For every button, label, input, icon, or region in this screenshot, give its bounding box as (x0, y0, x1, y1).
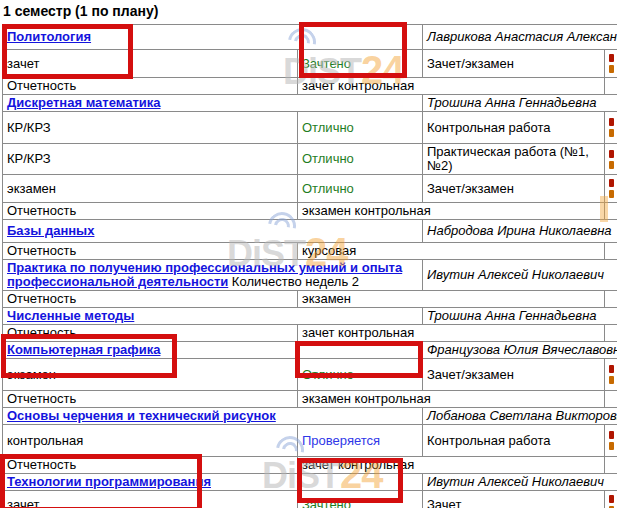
clipped-links-cell (605, 144, 617, 175)
report-value-cell: экзамен контрольная (298, 203, 605, 220)
grade-result: Проверяется (302, 433, 380, 448)
clipped-links-cell (605, 491, 617, 508)
teacher-cell: Лобанова Светлана Викторовна (423, 408, 617, 425)
teacher-cell: Ивутин Алексей Николаевич (423, 260, 617, 291)
work-type-cell: Зачет (423, 491, 605, 508)
table-row: контрольнаяПроверяетсяКонтрольная работа (3, 425, 617, 457)
grade-result-cell: Отлично (298, 175, 423, 203)
grade-result: Отлично (302, 181, 354, 196)
report-value-cell: курсовая (298, 243, 605, 260)
report-label-cell: Отчетность (3, 78, 298, 95)
clipped-links-cell (605, 175, 617, 203)
clipped-link-fragment (609, 161, 614, 169)
grades-table: ПолитологияЛаврикова Анастасия Александр… (2, 24, 617, 508)
clipped-link-fragment (609, 118, 614, 126)
annotation-box-tekhnologii-result (297, 458, 403, 503)
empty-cell (605, 391, 617, 408)
clipped-link-fragment (609, 54, 614, 62)
work-type-cell: Зачет/экзамен (423, 175, 605, 203)
grade-result-cell: Отлично (298, 112, 423, 144)
empty-cell (605, 457, 617, 474)
report-label-cell: Отчетность (3, 243, 298, 260)
table-row: Отчетностьэкзамен (3, 291, 617, 308)
grade-result-cell: Проверяется (298, 425, 423, 457)
subject-link[interactable]: Дискретная математика (7, 95, 161, 110)
table-row: Отчетностькурсовая (3, 243, 617, 260)
table-row: Практика по получению профессиональных у… (3, 260, 617, 291)
empty-cell (605, 291, 617, 308)
report-value-cell: экзамен (298, 291, 605, 308)
subject-link[interactable]: Численные методы (7, 308, 134, 323)
teacher-name: Лаврикова Анастасия Александровна (427, 29, 617, 44)
grade-result: Отлично (302, 120, 354, 135)
clipped-link-fragment (609, 190, 614, 198)
clipped-link-fragment (609, 431, 614, 439)
teacher-cell: Трошина Анна Геннадьевна (423, 95, 617, 112)
table-row: Дискретная математикаТрошина Анна Геннад… (3, 95, 617, 112)
table-row: Базы данныхНабродова Ирина Николаевна (3, 220, 617, 243)
semester-title: 1 семестр (1 по плану) (3, 3, 158, 19)
control-form-cell: КР/КРЗ (3, 112, 298, 144)
table-row: Основы черчения и технический рисунокЛоб… (3, 408, 617, 425)
work-type-cell: Практическая работа (№1, №2) (423, 144, 605, 175)
clipped-link-fragment (609, 150, 614, 158)
work-type-cell: Контрольная работа (423, 112, 605, 144)
annotation-box-politologiya-result (299, 22, 407, 78)
empty-cell (605, 243, 617, 260)
clipped-link-fragment (609, 442, 614, 450)
grade-result: Отлично (302, 151, 354, 166)
report-value-cell: зачет контрольная (298, 78, 605, 95)
empty-cell (605, 78, 617, 95)
clipped-link-fragment (609, 179, 614, 187)
report-value-cell: экзамен контрольная (298, 391, 605, 408)
teacher-name: Французова Юлия Вячеславовна (427, 342, 617, 357)
clipped-link-fragment (609, 65, 614, 73)
clipped-link-fragment (609, 376, 614, 384)
grades-table-body: ПолитологияЛаврикова Анастасия Александр… (3, 25, 617, 508)
report-label-cell: Отчетность (3, 291, 298, 308)
clipped-links-cell (605, 359, 617, 391)
teacher-name: Трошина Анна Геннадьевна (427, 95, 597, 110)
clipped-links-cell (605, 112, 617, 144)
table-row: Отчетностьэкзамен контрольная (3, 391, 617, 408)
work-type-cell: Зачет/экзамен (423, 50, 605, 78)
work-type-cell: Зачет/экзамен (423, 359, 605, 391)
teacher-name: Набродова Ирина Николаевна (427, 223, 612, 238)
clipped-link-fragment (609, 129, 614, 137)
empty-cell (605, 203, 617, 220)
control-form-cell: КР/КРЗ (3, 144, 298, 175)
clipped-links-cell (605, 50, 617, 78)
subject-extra-text: Количество недель 2 (228, 274, 359, 289)
teacher-cell: Ивутин Алексей Николаевич (423, 474, 617, 491)
subject-link[interactable]: Базы данных (7, 223, 94, 238)
subject-cell: Численные методы (3, 308, 423, 325)
subject-cell: Базы данных (3, 220, 423, 243)
table-row: Отчетностьэкзамен контрольная (3, 203, 617, 220)
table-row: Численные методыТрошина Анна Геннадьевна (3, 308, 617, 325)
table-row: экзаменОтличноЗачет/экзамен (3, 175, 617, 203)
control-form-cell: экзамен (3, 175, 298, 203)
subject-cell: Практика по получению профессиональных у… (3, 260, 423, 291)
table-row: КР/КРЗОтличноПрактическая работа (№1, №2… (3, 144, 617, 175)
clipped-link-fragment (609, 495, 614, 503)
annotation-box-kompyuternaya-grafika-subject (1, 334, 177, 378)
teacher-cell: Трошина Анна Геннадьевна (423, 308, 617, 325)
table-row: Отчетностьзачет контрольная (3, 78, 617, 95)
teacher-name: Трошина Анна Геннадьевна (427, 308, 597, 323)
teacher-name: Ивутин Алексей Николаевич (427, 474, 604, 489)
teacher-name: Ивутин Алексей Николаевич (427, 267, 604, 282)
gradebook-page: 1 семестр (1 по плану) ПолитологияЛаврик… (0, 0, 617, 508)
report-value-cell: зачет контрольная (298, 325, 605, 342)
empty-cell (605, 325, 617, 342)
annotation-box-tekhnologii-subject (0, 454, 202, 508)
annotation-box-kompyuternaya-grafika-result (295, 341, 423, 378)
grade-result-cell: Отлично (298, 144, 423, 175)
teacher-cell: Французова Юлия Вячеславовна (423, 342, 617, 359)
report-label-cell: Отчетность (3, 203, 298, 220)
subject-cell: Дискретная математика (3, 95, 423, 112)
work-type-cell: Контрольная работа (423, 425, 605, 457)
subject-link[interactable]: Основы черчения и технический рисунок (7, 408, 276, 423)
teacher-cell: Лаврикова Анастасия Александровна (423, 25, 617, 50)
teacher-name: Лобанова Светлана Викторовна (427, 408, 617, 423)
annotation-box-politologiya-subject (2, 24, 133, 79)
